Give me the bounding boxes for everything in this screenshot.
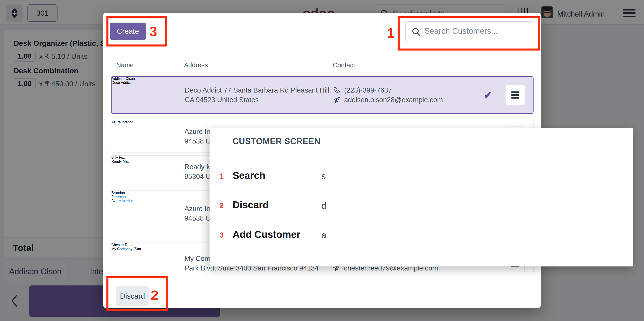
shortcut-label: Search [232,170,266,181]
phone-icon [333,86,340,94]
send-icon [333,96,340,104]
shortcut-label: Add Customer [232,229,300,240]
selected-check-icon: ✔ [484,89,492,101]
shortcut-panel-title: CUSTOMER SCREEN [232,136,320,146]
customer-screen-shortcut-panel: CUSTOMER SCREEN 1Searchs2Discardd3Add Cu… [210,128,633,266]
shortcut-item: 2Discardd [210,200,633,213]
shortcut-key: d [321,201,326,211]
shortcut-item: 3Add Customera [210,229,633,242]
shortcut-number: 3 [219,231,224,240]
shortcut-label: Discard [232,200,268,210]
customer-contact: (223)-399-7637addison.olson28@example.co… [333,77,490,113]
customer-address: Deco Addict 77 Santa Barbara Rd Pleasant… [185,77,331,113]
annotation-number-discard: 2 [151,287,158,303]
annotation-number-search: 1 [387,25,394,41]
shortcut-number: 1 [219,172,224,180]
annotation-number-create: 3 [149,24,157,39]
shortcut-key: s [321,171,326,181]
shortcut-item: 1Searchs [210,170,633,183]
shortcut-number: 2 [219,201,224,210]
shortcut-key: a [321,230,326,240]
customer-row-menu-button[interactable] [505,85,525,105]
shortcut-title-divider [232,150,633,150]
footer-divider [103,272,541,272]
customer-row[interactable]: Addison OlsonDeco AddictDeco Addict 77 S… [111,76,534,114]
discard-button[interactable]: Discard [116,286,149,306]
